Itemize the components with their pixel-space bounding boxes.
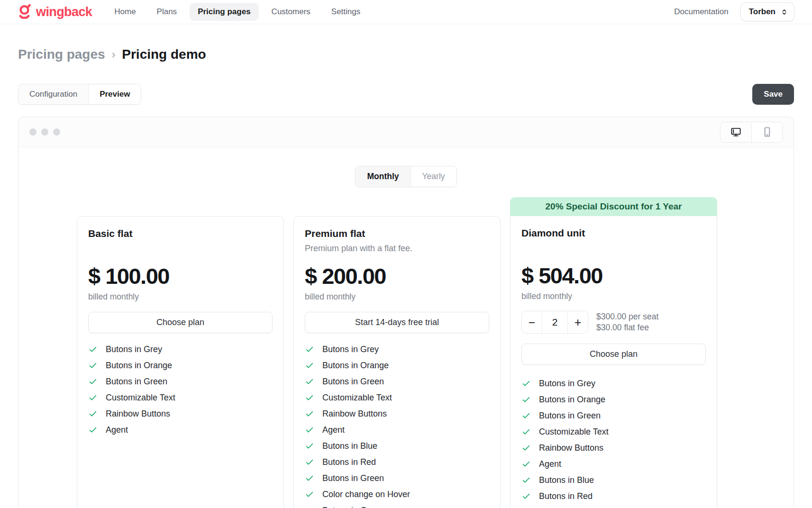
brand-name: wingback xyxy=(36,5,92,19)
check-icon xyxy=(305,473,314,483)
plan-name: Diamond unit xyxy=(521,227,706,239)
quantity-stepper: − 2 + xyxy=(521,311,588,334)
plan-name: Premium flat xyxy=(305,228,489,239)
feature-label: Rainbow Buttons xyxy=(322,409,387,419)
plan-cta-button[interactable]: Start 14-days free trial xyxy=(305,312,489,333)
chevron-updown-icon xyxy=(781,8,788,16)
top-navigation-bar: wingback Home Plans Pricing pages Custom… xyxy=(0,0,812,24)
feature-item: Butons in Grey xyxy=(305,341,489,357)
check-icon xyxy=(521,379,531,388)
nav-item-settings[interactable]: Settings xyxy=(323,3,368,21)
documentation-link[interactable]: Documentation xyxy=(674,7,728,17)
breadcrumb-parent[interactable]: Pricing pages xyxy=(18,46,105,63)
mobile-view-button[interactable] xyxy=(751,122,782,142)
billing-note: billed monthly xyxy=(305,292,489,302)
per-seat-pricing-note: $300.00 per seat$30.00 flat fee xyxy=(596,311,658,333)
check-icon xyxy=(305,361,314,370)
plan-card-body: Diamond unit $ 504.00 billed monthly − 2… xyxy=(510,216,717,508)
feature-label: Butons in Blue xyxy=(539,475,594,485)
tab-configuration[interactable]: Configuration xyxy=(18,84,88,104)
billing-yearly-button[interactable]: Yearly xyxy=(411,166,456,187)
primary-nav: Home Plans Pricing pages Customers Setti… xyxy=(106,3,368,21)
wingback-logo[interactable]: wingback xyxy=(17,4,92,20)
feature-item: Rainbow Buttons xyxy=(88,406,273,422)
breadcrumb-separator-icon: › xyxy=(112,46,116,63)
user-name: Torben xyxy=(749,7,776,17)
feature-label: Agent xyxy=(322,425,345,435)
check-icon xyxy=(88,393,98,402)
check-icon xyxy=(88,409,98,418)
check-icon xyxy=(305,377,314,386)
window-dots xyxy=(29,128,60,136)
preview-panel-header xyxy=(18,117,794,147)
feature-label: Customizable Text xyxy=(106,393,175,403)
check-icon xyxy=(305,425,314,435)
check-icon xyxy=(88,425,98,435)
billing-note: billed monthly xyxy=(88,292,273,302)
feature-label: Butons in Red xyxy=(539,491,593,501)
feature-label: Butons in Orange xyxy=(539,395,605,405)
check-icon xyxy=(305,409,314,418)
discount-banner: 20% Special Discount for 1 Year xyxy=(510,197,717,216)
check-icon xyxy=(521,427,531,436)
plan-card: Premium flat Premium plan with a flat fe… xyxy=(293,197,501,508)
feature-label: Butons in Grey xyxy=(322,506,379,508)
window-dot xyxy=(29,128,36,136)
plan-name: Basic flat xyxy=(88,228,273,239)
feature-item: Customizable Text xyxy=(88,390,273,406)
breadcrumb: Pricing pages › Pricing demo xyxy=(18,46,794,63)
feature-label: Butons in Green xyxy=(322,377,384,387)
feature-label: Butons in Blue xyxy=(322,441,377,451)
feature-label: Color change on Hover xyxy=(322,490,410,499)
monitor-icon xyxy=(730,127,741,137)
feature-item: Butons in Green xyxy=(305,373,489,390)
feature-label: Butons in Green xyxy=(106,377,167,387)
check-icon xyxy=(305,345,314,354)
feature-item: Butons in Grey xyxy=(305,502,489,508)
feature-item: Rainbow Buttons xyxy=(305,406,489,422)
nav-item-customers[interactable]: Customers xyxy=(264,3,319,21)
plan-cta-button[interactable]: Choose plan xyxy=(88,312,273,333)
billing-monthly-button[interactable]: Monthly xyxy=(356,166,410,187)
window-dot xyxy=(53,128,60,136)
check-icon xyxy=(88,345,98,354)
feature-label: Butons in Grey xyxy=(322,345,379,354)
nav-item-pricing-pages[interactable]: Pricing pages xyxy=(190,3,258,21)
feature-label: Butons in Orange xyxy=(322,361,389,371)
plan-head: Premium flat Premium plan with a flat fe… xyxy=(305,228,489,258)
save-button[interactable]: Save xyxy=(752,84,794,105)
feature-label: Butons in Green xyxy=(539,411,601,421)
feature-list: Butons in GreyButons in OrangeButons in … xyxy=(521,375,706,504)
feature-item: Butons in Orange xyxy=(88,357,273,373)
feature-label: Rainbow Buttons xyxy=(106,409,170,419)
nav-item-plans[interactable]: Plans xyxy=(149,3,185,21)
check-icon xyxy=(88,377,98,386)
feature-label: Customizable Text xyxy=(539,427,609,437)
window-dot xyxy=(41,128,48,136)
preview-panel-body: Monthly Yearly Basic flat $ 100.00 bille… xyxy=(18,147,794,508)
check-icon xyxy=(521,459,531,469)
feature-item: Butons in Red xyxy=(521,488,706,504)
tab-preview[interactable]: Preview xyxy=(88,84,141,104)
feature-label: Rainbow Buttons xyxy=(539,443,603,453)
check-icon xyxy=(88,361,98,370)
decrease-seats-button[interactable]: − xyxy=(522,311,542,333)
feature-label: Agent xyxy=(106,425,128,435)
feature-list: Butons in GreyButons in OrangeButons in … xyxy=(88,341,273,438)
feature-item: Butons in Green xyxy=(521,408,706,424)
plan-cta-button[interactable]: Choose plan xyxy=(521,344,706,365)
check-icon xyxy=(305,506,314,508)
feature-item: Butons in Blue xyxy=(305,438,489,454)
increase-seats-button[interactable]: + xyxy=(568,311,588,333)
desktop-view-button[interactable] xyxy=(721,122,751,142)
plan-price: $ 100.00 xyxy=(88,265,273,287)
plan-head: Basic flat xyxy=(88,228,273,258)
check-icon xyxy=(521,475,531,485)
feature-item: Butons in Orange xyxy=(305,357,489,373)
nav-item-home[interactable]: Home xyxy=(106,3,144,21)
feature-item: Agent xyxy=(521,456,706,472)
seat-stepper-row: − 2 + $300.00 per seat$30.00 flat fee xyxy=(521,311,706,334)
feature-list: Butons in GreyButons in OrangeButons in … xyxy=(305,341,489,508)
user-menu-button[interactable]: Torben xyxy=(740,2,794,21)
feature-label: Butons in Green xyxy=(322,473,384,483)
